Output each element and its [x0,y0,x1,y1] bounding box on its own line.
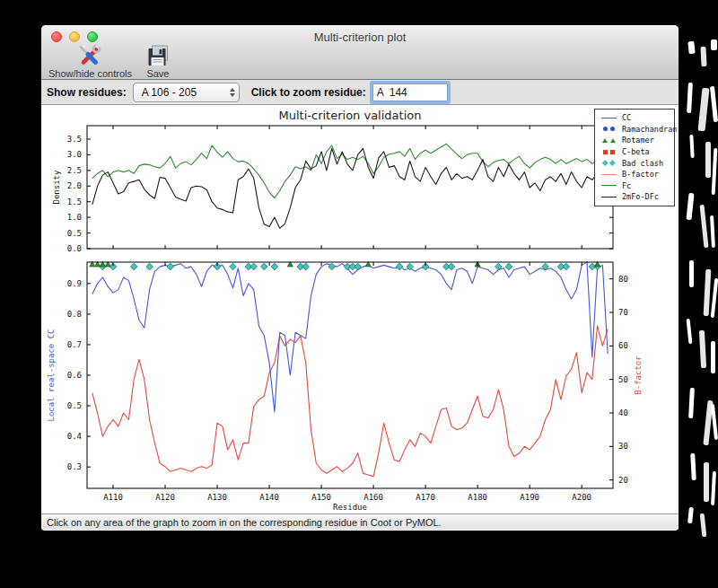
noise-artifact [711,39,717,50]
noise-artifact [687,507,694,523]
noise-artifact [689,135,694,158]
tick-label: A120 [155,493,175,502]
tick-label: 0.8 [67,310,82,319]
tick-label: 50 [618,375,628,384]
zoom-residue-input[interactable] [372,83,448,101]
noise-artifact [704,269,712,316]
legend-item-2mfo-dfc: 2mFo-DFc [599,191,674,203]
series-2mFo-DFc [92,148,608,228]
legend-item-b-factor: B-factor [599,169,674,180]
noise-artifact [711,278,718,318]
legend-label: CC [622,113,631,122]
bad-clash-marker [271,263,278,270]
controls-row: Show residues: A 106 - 205 Click to zoom… [41,80,679,105]
save-button[interactable]: Save [146,45,170,79]
top-panel-frame [87,126,613,249]
show-residues-value: A 106 - 205 [142,86,197,99]
noise-artifact [700,513,707,537]
show-residues-label: Show residues: [47,86,127,99]
series-B-factor [92,326,608,477]
noise-artifact [711,471,716,505]
legend: CCRamachandranRotamerC-betaBad clashB-fa… [594,109,675,206]
tick-label: A150 [311,493,331,502]
noise-artifact [699,330,706,368]
window-title: Multi-criterion plot [41,25,679,44]
cc-axis-label: Local real-space CC [47,329,56,422]
noise-artifact [712,148,718,195]
tick-label: 0.5 [67,229,82,238]
tick-label: 70 [618,308,628,317]
bad-clash-marker [260,263,267,270]
legend-label: Bad clash [622,159,663,168]
bad-clash-marker [230,263,237,270]
tick-label: A110 [103,493,123,502]
statusbar-text: Click on any area of the graph to zoom i… [47,517,442,528]
circles-swatch-icon [599,127,618,131]
tick-label: A160 [363,493,383,502]
tick-label: 0.9 [67,279,82,288]
bad-clash-marker [355,263,362,270]
noise-artifact [687,41,695,55]
tick-label: 30 [618,442,628,451]
legend-label: C-beta [622,147,650,156]
legend-label: B-factor [622,170,659,179]
noise-artifact [690,453,696,480]
line-swatch-icon [599,118,618,118]
multi-criterion-plot-window: Multi-criterion plot Show/hide controls [41,25,679,531]
triangles-swatch-icon [599,138,618,143]
legend-item-bad-clash: Bad clash [599,157,674,169]
bad-clash-marker [167,263,174,270]
zoom-window-button[interactable] [87,31,98,42]
legend-item-rotamer: Rotamer [599,135,674,146]
tick-label: 3.0 [67,150,82,159]
noise-artifact [710,86,718,122]
tick-label: 0.6 [67,371,82,380]
noise-artifact [705,142,711,178]
multi-criterion-chart[interactable]: 0.00.51.01.52.02.53.03.50.30.40.50.60.70… [41,105,679,513]
tick-label: 0.3 [67,462,82,471]
legend-label: 2mFo-DFc [622,192,659,201]
noise-artifact [711,341,715,373]
noise-artifact [711,404,718,440]
density-axis-label: Density [52,170,61,205]
legend-label: Rotamer [622,136,654,145]
tick-label: 0.4 [67,432,82,441]
save-label: Save [146,68,169,79]
noise-artifact [689,260,694,287]
line-swatch-icon [599,174,618,175]
traffic-lights [51,31,98,42]
toolbar: Show/hide controls Save [41,47,679,81]
tick-label: A170 [416,493,435,502]
zoom-residue-label: Click to zoom residue: [251,86,366,99]
tick-label: 1.0 [67,213,82,222]
show-hide-controls-label: Show/hide controls [48,68,132,79]
tick-label: 0.5 [67,401,82,410]
legend-label: Fc [622,181,631,190]
plot-canvas[interactable]: 0.00.51.01.52.02.53.03.50.30.40.50.60.70… [41,105,679,513]
tick-label: 40 [618,408,628,417]
tick-label: 20 [618,476,628,485]
close-button[interactable] [51,31,62,42]
legend-item-ramachandran: Ramachandran [599,124,674,136]
tick-label: A200 [572,493,591,502]
tick-label: 0.0 [67,244,82,253]
legend-item-fc: Fc [599,180,674,192]
tick-label: 2.5 [67,166,82,175]
tick-label: 3.5 [67,135,82,144]
bad-clash-marker [396,263,403,270]
series-Fc [92,144,608,197]
tick-label: A140 [259,493,279,502]
window-chrome: Multi-criterion plot Show/hide controls [41,25,679,80]
tick-label: 1.5 [67,197,82,206]
desktop: { "window": { "title": "Multi-criterion … [0,0,718,588]
bad-clash-marker [448,263,455,270]
tools-icon [76,45,103,67]
tick-label: A190 [520,493,539,502]
show-hide-controls-button[interactable]: Show/hide controls [48,45,132,79]
noise-artifact [700,47,706,66]
show-residues-dropdown[interactable]: A 106 - 205 [133,83,240,102]
titlebar[interactable]: Multi-criterion plot [41,25,679,47]
diamonds-swatch-icon [599,161,618,165]
bad-clash-marker [250,263,258,270]
minimize-button[interactable] [69,31,80,42]
